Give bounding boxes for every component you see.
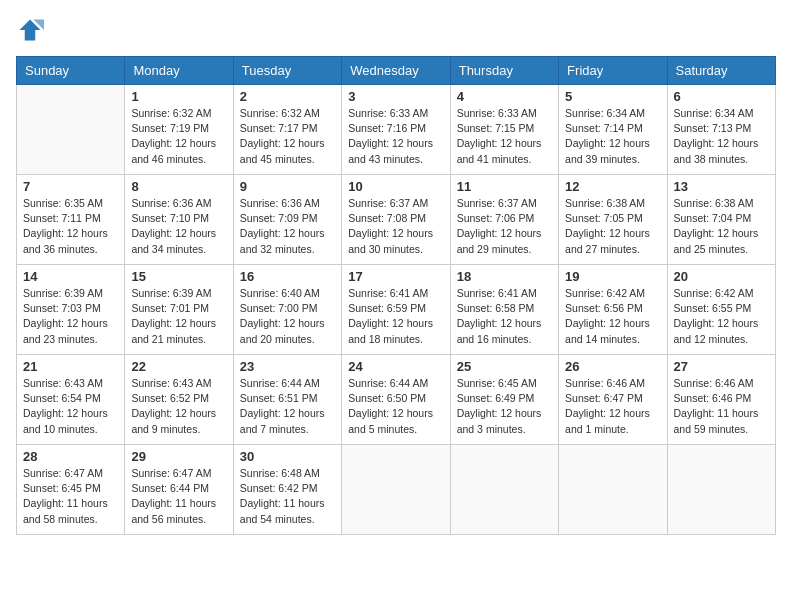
day-number: 17 [348,269,443,284]
day-number: 5 [565,89,660,104]
cell-sun-info: Sunrise: 6:32 AM Sunset: 7:19 PM Dayligh… [131,106,226,167]
calendar-cell [559,445,667,535]
day-number: 22 [131,359,226,374]
day-number: 28 [23,449,118,464]
cell-sun-info: Sunrise: 6:34 AM Sunset: 7:13 PM Dayligh… [674,106,769,167]
calendar-table: SundayMondayTuesdayWednesdayThursdayFrid… [16,56,776,535]
day-number: 15 [131,269,226,284]
calendar-cell: 1Sunrise: 6:32 AM Sunset: 7:19 PM Daylig… [125,85,233,175]
day-number: 8 [131,179,226,194]
cell-sun-info: Sunrise: 6:44 AM Sunset: 6:50 PM Dayligh… [348,376,443,437]
logo [16,16,48,44]
cell-sun-info: Sunrise: 6:46 AM Sunset: 6:46 PM Dayligh… [674,376,769,437]
cell-sun-info: Sunrise: 6:45 AM Sunset: 6:49 PM Dayligh… [457,376,552,437]
calendar-week-row: 7Sunrise: 6:35 AM Sunset: 7:11 PM Daylig… [17,175,776,265]
cell-sun-info: Sunrise: 6:48 AM Sunset: 6:42 PM Dayligh… [240,466,335,527]
day-number: 20 [674,269,769,284]
calendar-cell: 19Sunrise: 6:42 AM Sunset: 6:56 PM Dayli… [559,265,667,355]
day-number: 11 [457,179,552,194]
cell-sun-info: Sunrise: 6:35 AM Sunset: 7:11 PM Dayligh… [23,196,118,257]
calendar-cell: 18Sunrise: 6:41 AM Sunset: 6:58 PM Dayli… [450,265,558,355]
day-number: 26 [565,359,660,374]
cell-sun-info: Sunrise: 6:47 AM Sunset: 6:44 PM Dayligh… [131,466,226,527]
calendar-cell: 29Sunrise: 6:47 AM Sunset: 6:44 PM Dayli… [125,445,233,535]
cell-sun-info: Sunrise: 6:36 AM Sunset: 7:09 PM Dayligh… [240,196,335,257]
day-number: 19 [565,269,660,284]
calendar-cell: 16Sunrise: 6:40 AM Sunset: 7:00 PM Dayli… [233,265,341,355]
day-number: 1 [131,89,226,104]
calendar-header-row: SundayMondayTuesdayWednesdayThursdayFrid… [17,57,776,85]
calendar-week-row: 1Sunrise: 6:32 AM Sunset: 7:19 PM Daylig… [17,85,776,175]
calendar-cell: 2Sunrise: 6:32 AM Sunset: 7:17 PM Daylig… [233,85,341,175]
cell-sun-info: Sunrise: 6:32 AM Sunset: 7:17 PM Dayligh… [240,106,335,167]
day-number: 14 [23,269,118,284]
calendar-cell: 6Sunrise: 6:34 AM Sunset: 7:13 PM Daylig… [667,85,775,175]
calendar-cell: 15Sunrise: 6:39 AM Sunset: 7:01 PM Dayli… [125,265,233,355]
day-of-week-header: Friday [559,57,667,85]
calendar-cell: 25Sunrise: 6:45 AM Sunset: 6:49 PM Dayli… [450,355,558,445]
calendar-cell: 11Sunrise: 6:37 AM Sunset: 7:06 PM Dayli… [450,175,558,265]
cell-sun-info: Sunrise: 6:38 AM Sunset: 7:04 PM Dayligh… [674,196,769,257]
cell-sun-info: Sunrise: 6:43 AM Sunset: 6:54 PM Dayligh… [23,376,118,437]
day-number: 27 [674,359,769,374]
day-of-week-header: Sunday [17,57,125,85]
day-number: 4 [457,89,552,104]
cell-sun-info: Sunrise: 6:41 AM Sunset: 6:59 PM Dayligh… [348,286,443,347]
day-number: 7 [23,179,118,194]
day-number: 3 [348,89,443,104]
day-number: 21 [23,359,118,374]
calendar-cell: 21Sunrise: 6:43 AM Sunset: 6:54 PM Dayli… [17,355,125,445]
calendar-cell: 7Sunrise: 6:35 AM Sunset: 7:11 PM Daylig… [17,175,125,265]
cell-sun-info: Sunrise: 6:38 AM Sunset: 7:05 PM Dayligh… [565,196,660,257]
cell-sun-info: Sunrise: 6:39 AM Sunset: 7:01 PM Dayligh… [131,286,226,347]
calendar-cell: 30Sunrise: 6:48 AM Sunset: 6:42 PM Dayli… [233,445,341,535]
calendar-cell [17,85,125,175]
cell-sun-info: Sunrise: 6:43 AM Sunset: 6:52 PM Dayligh… [131,376,226,437]
day-number: 25 [457,359,552,374]
cell-sun-info: Sunrise: 6:39 AM Sunset: 7:03 PM Dayligh… [23,286,118,347]
cell-sun-info: Sunrise: 6:37 AM Sunset: 7:06 PM Dayligh… [457,196,552,257]
cell-sun-info: Sunrise: 6:34 AM Sunset: 7:14 PM Dayligh… [565,106,660,167]
calendar-cell: 5Sunrise: 6:34 AM Sunset: 7:14 PM Daylig… [559,85,667,175]
day-number: 24 [348,359,443,374]
calendar-cell: 28Sunrise: 6:47 AM Sunset: 6:45 PM Dayli… [17,445,125,535]
calendar-cell: 23Sunrise: 6:44 AM Sunset: 6:51 PM Dayli… [233,355,341,445]
calendar-cell: 13Sunrise: 6:38 AM Sunset: 7:04 PM Dayli… [667,175,775,265]
day-number: 6 [674,89,769,104]
page-header [16,16,776,44]
cell-sun-info: Sunrise: 6:40 AM Sunset: 7:00 PM Dayligh… [240,286,335,347]
calendar-week-row: 14Sunrise: 6:39 AM Sunset: 7:03 PM Dayli… [17,265,776,355]
day-number: 9 [240,179,335,194]
calendar-week-row: 28Sunrise: 6:47 AM Sunset: 6:45 PM Dayli… [17,445,776,535]
cell-sun-info: Sunrise: 6:33 AM Sunset: 7:15 PM Dayligh… [457,106,552,167]
cell-sun-info: Sunrise: 6:46 AM Sunset: 6:47 PM Dayligh… [565,376,660,437]
calendar-cell [342,445,450,535]
calendar-cell: 9Sunrise: 6:36 AM Sunset: 7:09 PM Daylig… [233,175,341,265]
calendar-cell: 4Sunrise: 6:33 AM Sunset: 7:15 PM Daylig… [450,85,558,175]
calendar-cell: 3Sunrise: 6:33 AM Sunset: 7:16 PM Daylig… [342,85,450,175]
calendar-cell: 14Sunrise: 6:39 AM Sunset: 7:03 PM Dayli… [17,265,125,355]
calendar-cell: 10Sunrise: 6:37 AM Sunset: 7:08 PM Dayli… [342,175,450,265]
calendar-cell: 22Sunrise: 6:43 AM Sunset: 6:52 PM Dayli… [125,355,233,445]
day-number: 29 [131,449,226,464]
calendar-cell [450,445,558,535]
day-number: 12 [565,179,660,194]
calendar-cell: 20Sunrise: 6:42 AM Sunset: 6:55 PM Dayli… [667,265,775,355]
day-number: 30 [240,449,335,464]
day-of-week-header: Tuesday [233,57,341,85]
calendar-cell: 26Sunrise: 6:46 AM Sunset: 6:47 PM Dayli… [559,355,667,445]
day-number: 13 [674,179,769,194]
cell-sun-info: Sunrise: 6:44 AM Sunset: 6:51 PM Dayligh… [240,376,335,437]
day-of-week-header: Wednesday [342,57,450,85]
calendar-cell: 27Sunrise: 6:46 AM Sunset: 6:46 PM Dayli… [667,355,775,445]
day-number: 10 [348,179,443,194]
calendar-week-row: 21Sunrise: 6:43 AM Sunset: 6:54 PM Dayli… [17,355,776,445]
cell-sun-info: Sunrise: 6:47 AM Sunset: 6:45 PM Dayligh… [23,466,118,527]
cell-sun-info: Sunrise: 6:36 AM Sunset: 7:10 PM Dayligh… [131,196,226,257]
day-number: 2 [240,89,335,104]
calendar-cell: 24Sunrise: 6:44 AM Sunset: 6:50 PM Dayli… [342,355,450,445]
cell-sun-info: Sunrise: 6:33 AM Sunset: 7:16 PM Dayligh… [348,106,443,167]
day-of-week-header: Thursday [450,57,558,85]
calendar-cell: 17Sunrise: 6:41 AM Sunset: 6:59 PM Dayli… [342,265,450,355]
day-number: 18 [457,269,552,284]
